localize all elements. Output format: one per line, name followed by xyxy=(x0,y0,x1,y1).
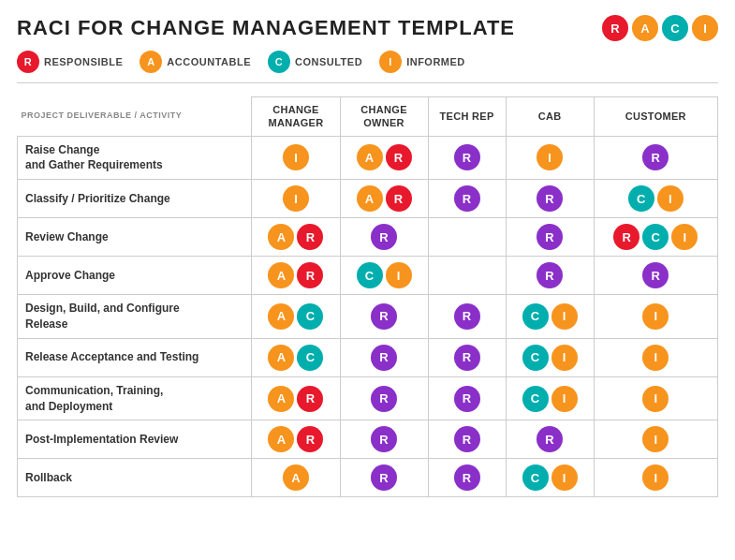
badge-c: C xyxy=(522,386,549,412)
cell-5-2: R xyxy=(428,338,506,376)
legend-circle-c: C xyxy=(268,51,290,73)
cell-7-2: R xyxy=(428,420,506,459)
activity-1: Classify / Prioritize Change xyxy=(18,180,252,218)
cell-7-1: R xyxy=(340,420,428,459)
legend-label-r: RESPONSIBLE xyxy=(44,56,123,67)
table-row: Approve ChangeARCIRR xyxy=(18,257,718,295)
cell-6-3: CI xyxy=(506,376,594,420)
activity-6: Communication, Training,and Deployment xyxy=(18,376,252,420)
table-row: Design, Build, and ConfigureReleaseACRRC… xyxy=(18,295,718,339)
cell-2-0: AR xyxy=(252,218,340,257)
cell-7-0: AR xyxy=(252,420,340,459)
badge-r: R xyxy=(297,386,323,412)
cell-8-1: R xyxy=(340,459,428,497)
badge-r: R xyxy=(454,185,480,212)
badge-r: R xyxy=(371,345,397,371)
legend-label-i: INFORMED xyxy=(406,56,465,67)
badge-r: R xyxy=(454,386,480,412)
badge-i: I xyxy=(551,345,578,371)
raci-badge-r: R xyxy=(602,15,628,41)
raci-badge-i: I xyxy=(692,15,718,41)
badge-r: R xyxy=(386,185,412,212)
cell-6-2: R xyxy=(428,376,506,420)
cell-8-0: A xyxy=(252,459,340,497)
badge-c: C xyxy=(297,303,323,330)
cell-1-3: R xyxy=(506,180,594,218)
col-header-2: TECH REP xyxy=(428,97,506,137)
cell-8-4: I xyxy=(594,459,717,497)
cell-1-4: CI xyxy=(594,180,717,218)
badge-r: R xyxy=(537,224,563,250)
cell-7-4: I xyxy=(594,420,717,459)
badge-i: I xyxy=(283,185,309,212)
legend-row: RRESPONSIBLEAACCOUNTABLECCONSULTEDIINFOR… xyxy=(17,51,718,83)
badge-i: I xyxy=(386,262,412,288)
badge-c: C xyxy=(628,185,654,212)
cell-4-2: R xyxy=(428,295,506,339)
cell-0-0: I xyxy=(252,136,340,180)
badge-i: I xyxy=(671,224,698,250)
activity-8: Rollback xyxy=(18,459,252,497)
badge-r: R xyxy=(297,262,323,288)
legend-i: IINFORMED xyxy=(379,51,465,73)
badge-r: R xyxy=(454,345,480,371)
legend-circle-r: R xyxy=(17,51,39,73)
badge-r: R xyxy=(537,426,563,452)
cell-2-1: R xyxy=(340,218,428,257)
activity-5: Release Acceptance and Testing xyxy=(18,338,252,376)
badge-r: R xyxy=(537,185,563,212)
cell-0-1: AR xyxy=(340,136,428,180)
badge-i: I xyxy=(642,345,669,371)
legend-c: CCONSULTED xyxy=(268,51,362,73)
col-header-4: CUSTOMER xyxy=(594,97,717,137)
legend-label-a: ACCOUNTABLE xyxy=(167,56,251,67)
badge-r: R xyxy=(371,426,397,452)
cell-5-3: CI xyxy=(506,338,594,376)
legend-circle-a: A xyxy=(140,51,162,73)
raci-badge-c: C xyxy=(662,15,688,41)
col-header-3: CAB xyxy=(506,97,594,137)
badge-r: R xyxy=(371,386,397,412)
badge-i: I xyxy=(642,464,669,491)
cell-1-2: R xyxy=(428,180,506,218)
badge-c: C xyxy=(522,464,549,491)
cell-3-0: AR xyxy=(252,257,340,295)
badge-r: R xyxy=(454,426,480,452)
table-row: RollbackARRCII xyxy=(18,459,718,497)
cell-2-3: R xyxy=(506,218,594,257)
page-title: RACI FOR CHANGE MANAGEMENT TEMPLATE xyxy=(17,16,515,40)
legend-a: AACCOUNTABLE xyxy=(140,51,251,73)
badge-c: C xyxy=(642,224,669,250)
cell-0-3: I xyxy=(506,136,594,180)
cell-0-2: R xyxy=(428,136,506,180)
badge-a: A xyxy=(268,262,294,288)
cell-6-4: I xyxy=(594,376,717,420)
badge-i: I xyxy=(642,386,669,412)
cell-4-1: R xyxy=(340,295,428,339)
badge-a: A xyxy=(268,224,294,250)
badge-r: R xyxy=(371,224,397,250)
badge-i: I xyxy=(551,303,578,330)
badge-i: I xyxy=(537,144,563,170)
badge-a: A xyxy=(268,386,294,412)
badge-r: R xyxy=(297,224,323,250)
cell-6-0: AR xyxy=(252,376,340,420)
badge-a: A xyxy=(283,464,309,491)
badge-i: I xyxy=(551,464,578,491)
cell-4-0: AC xyxy=(252,295,340,339)
cell-5-1: R xyxy=(340,338,428,376)
activity-2: Review Change xyxy=(18,218,252,257)
activity-3: Approve Change xyxy=(18,257,252,295)
cell-7-3: R xyxy=(506,420,594,459)
cell-2-2 xyxy=(428,218,506,257)
cell-1-0: I xyxy=(252,180,340,218)
badge-r: R xyxy=(454,464,480,491)
cell-3-3: R xyxy=(506,257,594,295)
badge-a: A xyxy=(357,144,383,170)
table-row: Post-Implementation ReviewARRRRI xyxy=(18,420,718,459)
badge-a: A xyxy=(268,426,294,452)
badge-r: R xyxy=(613,224,639,250)
badge-i: I xyxy=(642,426,669,452)
legend-label-c: CONSULTED xyxy=(295,56,362,67)
legend-r: RRESPONSIBLE xyxy=(17,51,123,73)
